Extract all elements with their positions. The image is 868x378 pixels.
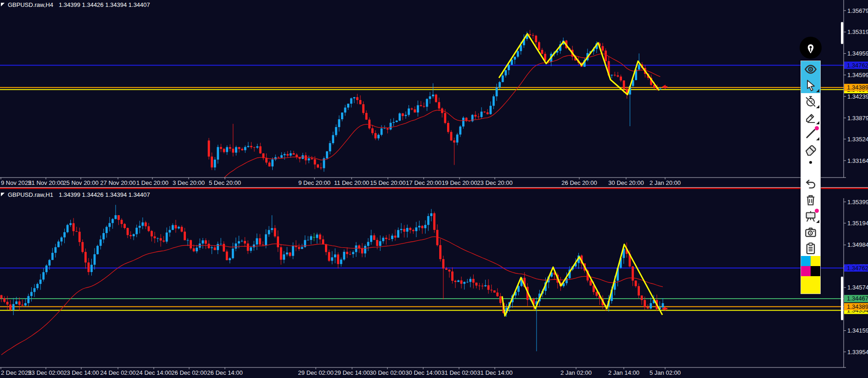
time-tick-label: 30 Dec 14:00 xyxy=(405,369,441,376)
time-tick-label: 25 Nov 20:00 xyxy=(63,179,98,186)
eraser-icon xyxy=(804,143,818,156)
price-axis-h4[interactable]: 1.356791.353191.349591.345991.342391.338… xyxy=(844,7,868,164)
time-tick-label: 3 Dec 20:00 xyxy=(173,179,205,186)
price-tick-label: 1.35679 xyxy=(847,7,868,14)
time-tick-label: 31 Dec 02:00 xyxy=(441,369,476,376)
camera-icon xyxy=(804,225,818,239)
svg-text:1.34389: 1.34389 xyxy=(847,303,868,310)
price-tick-label: 1.33954 xyxy=(847,349,868,356)
time-tick-label: 2 Jan 02:00 xyxy=(560,369,592,376)
clipboard-icon xyxy=(804,241,818,255)
price-tick-label: 1.34959 xyxy=(847,50,868,57)
submenu-corner-triangle xyxy=(816,121,819,124)
terminal-root: 1.356791.353191.349591.345991.342391.338… xyxy=(0,0,868,378)
time-tick-label: 29 Dec 14:00 xyxy=(334,369,370,376)
time-tick-label: 9 Dec 20:00 xyxy=(298,179,330,186)
axis-scrollbar-thumb[interactable] xyxy=(841,277,843,320)
timer-off-icon xyxy=(804,95,817,108)
window-divider[interactable] xyxy=(0,187,868,189)
time-tick-label: 26 Dec 20:00 xyxy=(561,179,597,186)
toolbar-item-clipboard[interactable] xyxy=(801,240,820,256)
toolbar-item-trash[interactable] xyxy=(801,192,820,208)
app-background xyxy=(0,0,868,378)
price-tick-label: 1.33879 xyxy=(847,115,868,122)
time-tick-label: 5 Dec 20:00 xyxy=(209,179,241,186)
symbol-period-label: GBPUSD.raw,H1 xyxy=(8,191,53,198)
time-tick-label: 2 Jan 20:00 xyxy=(650,179,681,186)
toolbar-item-timer-off[interactable] xyxy=(801,93,820,109)
toolbar-item-palette[interactable] xyxy=(801,256,820,276)
submenu-corner-triangle xyxy=(816,89,819,92)
charts-canvas[interactable]: 1.356791.353191.349591.345991.342391.338… xyxy=(0,0,868,378)
price-tick-label: 1.35399 xyxy=(847,199,868,206)
time-tick-label: 30 Dec 02:00 xyxy=(370,369,405,376)
toolbar-item-line-tool[interactable] xyxy=(801,125,820,141)
time-tick-label: 2 Jan 14:00 xyxy=(608,369,639,376)
submenu-corner-triangle xyxy=(816,220,819,223)
palette-swatch-2[interactable] xyxy=(801,266,811,276)
toolbar-item-eraser[interactable] xyxy=(801,141,820,157)
toolbar-item-cursor[interactable] xyxy=(801,77,820,93)
eye-icon xyxy=(804,63,817,76)
drawing-toolbar xyxy=(801,61,821,294)
chart-window-icon xyxy=(1,3,5,7)
time-tick-label: 1 Dec 20:00 xyxy=(136,179,168,186)
price-tick-label: 1.35194 xyxy=(847,220,868,227)
price-tick-label: 1.34984 xyxy=(847,241,868,248)
axis-scrollbar-thumb[interactable] xyxy=(841,22,843,44)
color-indicator-dot xyxy=(815,126,819,130)
svg-text:1.34762: 1.34762 xyxy=(847,265,868,272)
time-tick-label: 23 Dec 02:00 xyxy=(28,369,63,376)
toolbar-item-marker[interactable] xyxy=(801,109,820,125)
price-tick-label: 1.35319 xyxy=(847,28,868,35)
time-tick-label: 23 Dec 14:00 xyxy=(63,369,99,376)
chart-title-h4: GBPUSD.raw,H4 1.34399 1.34426 1.34394 1.… xyxy=(1,1,150,8)
time-tick-label: 24 Dec 02:00 xyxy=(100,369,135,376)
time-tick-label: 2 Dec 2025 xyxy=(1,369,32,376)
toolbar-item-undo[interactable] xyxy=(801,176,820,192)
time-tick-label: 30 Dec 20:00 xyxy=(608,179,644,186)
time-tick-label: 21 Nov 20:00 xyxy=(28,179,63,186)
price-tick-label: 1.33524 xyxy=(847,136,868,143)
time-tick-label: 26 Dec 02:00 xyxy=(171,369,207,376)
svg-text:1.34389: 1.34389 xyxy=(847,84,868,91)
chart-title-h1: GBPUSD.raw,H1 1.34399 1.34426 1.34394 1.… xyxy=(1,191,150,198)
divider-active-border xyxy=(0,188,868,189)
price-level-label-1.34467: 1.34467 xyxy=(844,295,868,302)
price-tick-label: 1.34239 xyxy=(847,93,868,100)
pen-nib-icon xyxy=(804,41,818,55)
symbol-period-label: GBPUSD.raw,H4 xyxy=(8,1,53,8)
time-tick-label: 9 Nov 2025 xyxy=(1,179,32,186)
price-level-label-1.34389: 1.34389 xyxy=(844,84,868,91)
time-tick-label: 26 Dec 14:00 xyxy=(207,369,242,376)
svg-text:1.34762: 1.34762 xyxy=(847,62,868,69)
price-tick-label: 1.34574 xyxy=(847,284,868,291)
toolbar-item-active-color[interactable] xyxy=(801,276,820,294)
toolbar-item-eye[interactable] xyxy=(801,61,820,77)
pen-tool-button[interactable] xyxy=(800,37,822,59)
time-tick-label: 17 Dec 20:00 xyxy=(406,179,441,186)
time-tick-label: 31 Dec 14:00 xyxy=(477,369,512,376)
price-tick-label: 1.34599 xyxy=(847,72,868,78)
palette-swatch-3[interactable] xyxy=(811,266,820,276)
color-indicator-dot xyxy=(815,209,819,213)
time-tick-label: 19 Dec 20:00 xyxy=(442,179,477,186)
time-tick-label: 29 Dec 02:00 xyxy=(298,369,333,376)
svg-text:1.34467: 1.34467 xyxy=(847,295,868,302)
time-tick-label: 15 Dec 20:00 xyxy=(370,179,405,186)
toolbar-item-board[interactable] xyxy=(801,208,820,224)
undo-icon xyxy=(804,178,817,190)
toolbar-item-size-dot[interactable] xyxy=(801,157,820,167)
palette-swatch-0[interactable] xyxy=(801,256,811,266)
toolbar-item-camera[interactable] xyxy=(801,224,820,240)
palette-swatch-1[interactable] xyxy=(811,256,820,266)
time-tick-label: 24 Dec 14:00 xyxy=(136,369,171,376)
trash-icon xyxy=(804,194,817,206)
ohlc-values: 1.34399 1.34426 1.34394 1.34407 xyxy=(59,191,150,198)
submenu-corner-triangle xyxy=(816,105,819,108)
submenu-corner-triangle xyxy=(816,137,819,140)
price-level-label-1.34762: 1.34762 xyxy=(844,264,868,272)
time-tick-label: 5 Jan 02:00 xyxy=(650,369,681,376)
time-tick-label: 23 Dec 20:00 xyxy=(477,179,512,186)
price-tick-label: 1.33164 xyxy=(847,157,868,164)
